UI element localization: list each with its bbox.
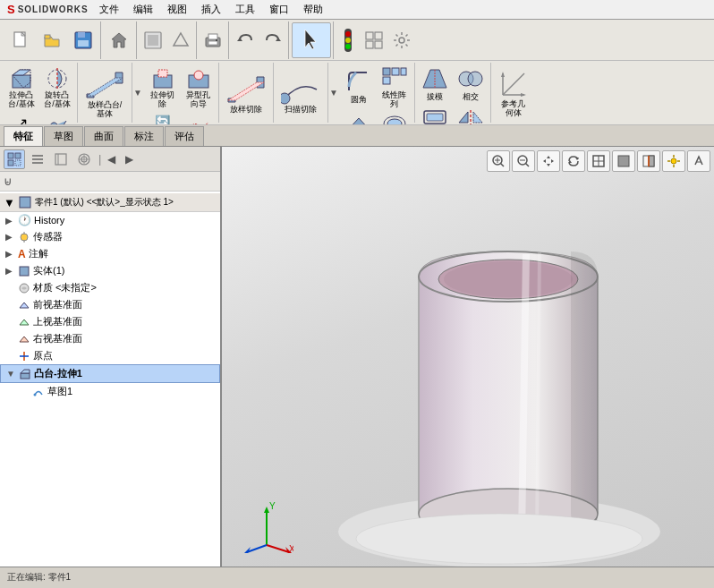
- menu-insert[interactable]: 插入: [194, 1, 228, 18]
- save-button[interactable]: [68, 22, 98, 58]
- rib-button[interactable]: 筋: [342, 113, 376, 125]
- nav-forward[interactable]: ▶: [121, 149, 137, 169]
- loft-boss-label: 放样凸台/基体: [84, 101, 125, 119]
- target-tab[interactable]: [73, 149, 95, 169]
- menu-view[interactable]: 视图: [160, 1, 194, 18]
- tree-item-origin[interactable]: 原点: [0, 347, 220, 364]
- filter-icon[interactable]: ⊌: [4, 175, 13, 188]
- undo-button[interactable]: [232, 22, 259, 58]
- draft-button[interactable]: 拔模: [418, 64, 452, 105]
- shape1-button[interactable]: [140, 22, 166, 58]
- toolbar-group-viewctrl: [335, 21, 417, 59]
- expand-arrow1[interactable]: ▼: [132, 63, 143, 123]
- hole-wizard-label: 异型孔向导: [186, 91, 210, 109]
- zoom-fit-button[interactable]: [487, 150, 510, 172]
- loft-cut-button[interactable]: 放样切除: [223, 64, 269, 121]
- boundary-boss-button[interactable]: 边界凸台/基体: [40, 115, 74, 125]
- feature-group-loftcut: 放样切除: [219, 63, 274, 123]
- svg-point-40: [281, 93, 290, 104]
- svg-line-57: [503, 73, 524, 95]
- svg-rect-2: [45, 35, 50, 38]
- svg-line-124: [522, 254, 526, 536]
- tab-evaluate[interactable]: 评估: [165, 126, 204, 146]
- svg-point-24: [399, 38, 404, 43]
- home-view-button[interactable]: [104, 22, 134, 58]
- loft-boss-button[interactable]: 放样凸台/基体: [81, 64, 128, 122]
- extrude-boss-button[interactable]: 拉伸凸台/基体: [4, 64, 38, 111]
- hole-wizard-button[interactable]: 异型孔向导: [182, 64, 216, 111]
- appearance-button[interactable]: [687, 150, 710, 172]
- tree-item-history[interactable]: ▶ 🕐 History: [0, 212, 220, 228]
- svg-marker-97: [547, 164, 550, 166]
- svg-rect-75: [20, 197, 30, 208]
- svg-marker-98: [543, 159, 546, 163]
- viewport-toolbar: [487, 150, 710, 172]
- mirror-button[interactable]: 镜向: [454, 107, 488, 125]
- view-orient-button[interactable]: [587, 150, 610, 172]
- menu-tools[interactable]: 工具: [228, 1, 262, 18]
- svg-line-140: [247, 545, 267, 552]
- lighting-button[interactable]: [662, 150, 685, 172]
- zoom-previous-button[interactable]: [512, 150, 535, 172]
- print-button[interactable]: [200, 22, 226, 58]
- shape2-button[interactable]: [167, 22, 194, 58]
- revolve-boss-button[interactable]: 旋转凸台/基体: [40, 64, 74, 111]
- tree-item-boss-extrude1[interactable]: ▼ 凸台-拉伸1: [0, 364, 220, 383]
- nav-back[interactable]: ◀: [103, 149, 119, 169]
- fillet-label: 圆角: [351, 94, 367, 106]
- svg-rect-8: [148, 35, 158, 46]
- display-style-button[interactable]: [612, 150, 635, 172]
- revolve-cut-button[interactable]: 🔄 旋转切除: [146, 113, 180, 125]
- sweep-button[interactable]: ↗ 扫描: [4, 113, 38, 125]
- toolbar-group-print: [198, 21, 229, 59]
- redo-button[interactable]: [259, 22, 286, 58]
- select-button[interactable]: [292, 22, 331, 58]
- toolbar-group-view: [102, 21, 137, 59]
- tree-origin-label: 原点: [33, 349, 53, 362]
- shell-button[interactable]: 抽壳: [418, 107, 452, 125]
- intersect-button[interactable]: 相交: [454, 64, 488, 105]
- menu-help[interactable]: 帮助: [296, 1, 330, 18]
- sweep-cut-button[interactable]: 扫描切除: [277, 64, 324, 121]
- rotate-button[interactable]: [562, 150, 585, 172]
- config-tab[interactable]: [50, 149, 72, 169]
- tree-item-front-plane[interactable]: 前视基准面: [0, 296, 220, 313]
- pan-button[interactable]: [537, 150, 560, 172]
- property-tab[interactable]: [27, 149, 48, 169]
- tab-surface[interactable]: 曲面: [84, 126, 123, 146]
- tree-item-solid-bodies[interactable]: ▶ 实体(1): [0, 262, 220, 279]
- new-button[interactable]: [5, 22, 36, 58]
- tree-item-sensors[interactable]: ▶ 传感器: [0, 228, 220, 245]
- wrap-button[interactable]: 包覆: [378, 113, 412, 125]
- svg-point-36: [194, 71, 203, 80]
- extrude-cut-button[interactable]: 拉伸切除: [146, 64, 180, 111]
- traffic-light[interactable]: [336, 22, 360, 58]
- tree-item-sketch1[interactable]: 草图1: [0, 383, 220, 400]
- linear-pattern-button[interactable]: 线性阵列: [378, 64, 412, 111]
- feature-group-modify: 圆角 线性阵列 筋 包覆: [339, 63, 415, 123]
- menu-file[interactable]: 文件: [92, 1, 126, 18]
- ref-geometry-button[interactable]: 参考几何体: [494, 64, 533, 121]
- tree-item-annotations[interactable]: ▶ A 注解: [0, 245, 220, 262]
- svg-point-19: [345, 44, 351, 49]
- section-view-button[interactable]: [637, 150, 660, 172]
- boundary-cut-button[interactable]: 边界切除: [182, 117, 216, 125]
- settings-button[interactable]: [388, 22, 415, 58]
- tab-sketch[interactable]: 草图: [44, 126, 83, 146]
- feature-group-boss: 拉伸凸台/基体 旋转凸台/基体 ↗ 扫描 边界凸台/基体: [2, 63, 78, 123]
- tab-dimension[interactable]: 标注: [124, 126, 164, 146]
- fillet-button[interactable]: 圆角: [342, 67, 376, 107]
- svg-rect-43: [401, 68, 406, 75]
- expand-arrow2[interactable]: ▼: [328, 63, 339, 123]
- svg-rect-86: [21, 373, 30, 379]
- tree-item-material[interactable]: 材质 <未指定>: [0, 279, 220, 296]
- part-name-row[interactable]: ▼ 零件1 (默认) <<默认>_显示状态 1>: [0, 193, 220, 212]
- tab-features[interactable]: 特征: [4, 126, 43, 146]
- tree-item-right-plane[interactable]: 右视基准面: [0, 330, 220, 347]
- grid-view-button[interactable]: [361, 22, 387, 58]
- tree-item-top-plane[interactable]: 上视基准面: [0, 313, 220, 330]
- feature-mgr-tab[interactable]: [4, 149, 25, 169]
- menu-window[interactable]: 窗口: [262, 1, 296, 18]
- menu-edit[interactable]: 编辑: [126, 1, 160, 18]
- open-button[interactable]: [37, 22, 67, 58]
